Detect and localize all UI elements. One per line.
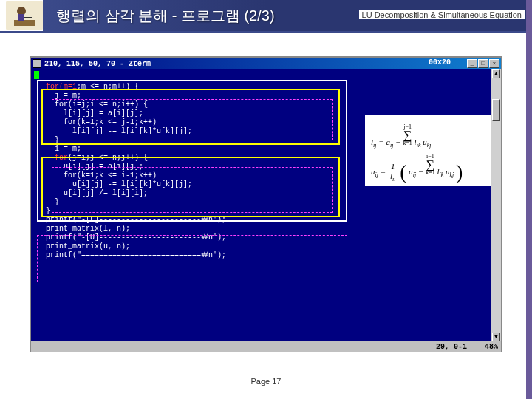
slide-title: 행렬의 삼각 분해 - 프로그램 (2/3) bbox=[56, 6, 275, 26]
code-line: i = m; bbox=[46, 145, 226, 154]
terminal-statusbar: 29, 0-1 48% bbox=[31, 341, 501, 352]
window-icon bbox=[33, 59, 41, 68]
terminal-body: for(m=1;m <= n;m++) { j = m; for(i=j;i <… bbox=[31, 69, 501, 341]
code-line: for(j=i;j <= n;j++) { bbox=[46, 154, 226, 163]
code-line: print_matrix(u, n); bbox=[46, 242, 226, 251]
terminal-title: 210, 115, 50, 70 - Zterm bbox=[44, 60, 151, 68]
code-line: u[i][j] /= l[i][i]; bbox=[46, 189, 226, 198]
code-line: l[i][j] -= l[i][k]*u[k][j]; bbox=[46, 127, 226, 136]
code-line: for(k=1;k <= j-1;k++) bbox=[46, 118, 226, 127]
slide-subtitle: LU Decomposition & Simultaneous Equation bbox=[359, 10, 525, 19]
code-line: for(m=1;m <= n;m++) { bbox=[46, 83, 226, 92]
right-accent-strip bbox=[526, 0, 532, 399]
svg-rect-2 bbox=[18, 14, 24, 21]
scroll-up-icon[interactable]: ▲ bbox=[492, 69, 500, 78]
scroll-thumb[interactable] bbox=[492, 99, 500, 121]
code-line: printf("-[U]-----------------------￦n"); bbox=[46, 233, 226, 242]
terminal-titlebar[interactable]: 210, 115, 50, 70 - Zterm 00x20 _ □ × bbox=[31, 58, 501, 69]
code-line: u[i][j] -= l[i][k]*u[k][j]; bbox=[46, 180, 226, 189]
code-line: u[i][j] = a[i][j]; bbox=[46, 163, 226, 171]
code-line: printf("-[L]-----------------------￦n"); bbox=[46, 216, 226, 225]
formula-u: uij = 1lii ( aij − i−1∑k=1 lik ukj ) bbox=[371, 154, 489, 184]
svg-rect-3 bbox=[24, 17, 32, 18]
terminal-size-label: 00x20 bbox=[429, 58, 451, 66]
writer-icon bbox=[11, 2, 38, 29]
footer-divider bbox=[30, 372, 495, 372]
status-position: 29, 0-1 bbox=[436, 343, 467, 351]
code-line: } bbox=[46, 136, 226, 145]
code-line: } bbox=[46, 198, 226, 207]
minimize-button[interactable]: _ bbox=[467, 59, 477, 68]
cursor bbox=[34, 71, 39, 79]
code-line: } bbox=[46, 207, 226, 216]
code-line: j = m; bbox=[46, 92, 226, 100]
page-footer: Page 17 bbox=[0, 377, 532, 386]
formula-overlay: lij = aij − j−1∑k=1 lik ukj uij = 1lii (… bbox=[365, 115, 495, 186]
code-line: printf("===========================￦n"); bbox=[46, 251, 226, 260]
status-percent: 48% bbox=[485, 343, 498, 351]
vertical-scrollbar[interactable]: ▲ ▼ bbox=[491, 69, 501, 341]
code-line: print_matrix(l, n); bbox=[46, 225, 226, 233]
close-button[interactable]: × bbox=[489, 59, 499, 68]
code-line: for(k=1;k <= i-1;k++) bbox=[46, 171, 226, 180]
slide-logo bbox=[6, 1, 43, 30]
formula-l: lij = aij − j−1∑k=1 lik ukj bbox=[371, 124, 489, 149]
code-line: l[i][j] = a[i][j]; bbox=[46, 109, 226, 118]
scroll-down-icon[interactable]: ▼ bbox=[492, 332, 500, 341]
code-line: for(i=j;i <= n;i++) { bbox=[46, 100, 226, 109]
slide-header: 행렬의 삼각 분해 - 프로그램 (2/3) LU Decomposition … bbox=[0, 0, 532, 33]
terminal-window: 210, 115, 50, 70 - Zterm 00x20 _ □ × for… bbox=[30, 56, 502, 352]
maximize-button[interactable]: □ bbox=[478, 59, 488, 68]
code-listing: for(m=1;m <= n;m++) { j = m; for(i=j;i <… bbox=[46, 83, 226, 260]
